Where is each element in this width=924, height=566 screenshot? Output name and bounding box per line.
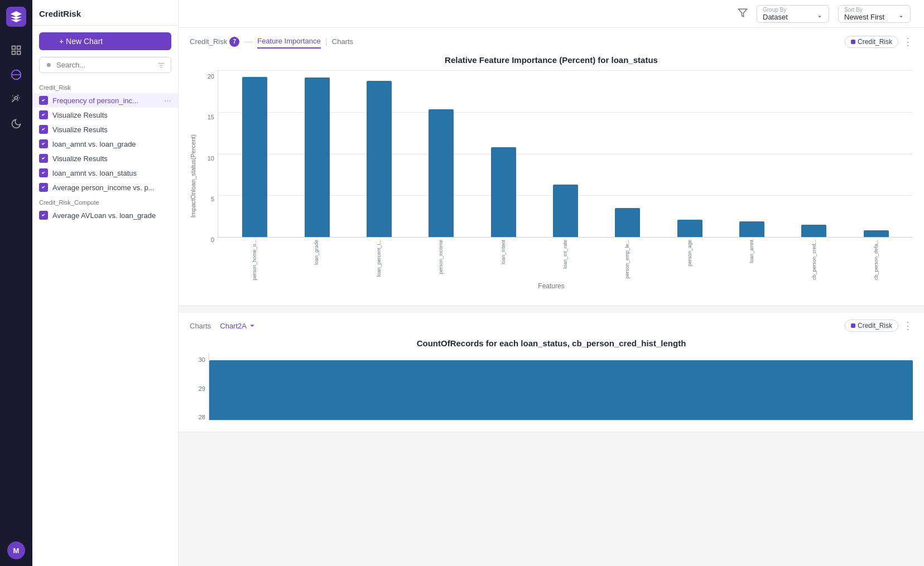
x-label: person_income [410,238,471,282]
bar [801,225,826,237]
breadcrumb-charts[interactable]: Charts [190,322,211,330]
app-logo[interactable] [6,7,26,27]
sidebar-icon-wand[interactable] [6,89,26,109]
chart2-more-button[interactable]: ⋮ [903,320,913,332]
app-name: CreditRisk [39,9,81,18]
bar2 [209,360,913,420]
tab-separator: | [325,37,328,47]
new-chart-label: + New Chart [59,37,103,46]
bar [305,78,330,237]
checkbox-checked[interactable] [39,168,48,177]
svg-rect-3 [17,51,21,55]
item-label: Visualize Results [52,111,171,119]
list-item[interactable]: Average AVLoan vs. loan_grade [32,208,178,222]
separator: — [244,37,253,47]
group-label-credit-risk: Credit_Risk [32,80,178,93]
bar-item [739,70,764,237]
y-tick: 5 [211,196,214,202]
y-tick: 0 [211,236,214,243]
search-bar[interactable] [39,57,171,73]
y-axis-label: ImpactOnloan_status(Percent) [190,134,196,217]
sort-by-dropdown[interactable]: Sort By Newest First Oldest First Name A… [838,5,911,23]
bar-item [801,70,826,237]
chart1-title: Relative Feature Importance (Percent) fo… [179,49,924,65]
new-chart-button[interactable]: + New Chart [39,32,171,50]
tab-charts[interactable]: Charts [332,35,353,48]
chart2-dataset-badge[interactable]: Credit_Risk [845,320,898,332]
panel-header: CreditRisk [32,0,178,26]
bar-item [367,70,392,237]
dataset-dot [851,323,855,328]
sidebar-icon-grid[interactable] [6,40,26,60]
bar-item [677,70,702,237]
bar [491,147,516,237]
item-more-icon[interactable]: ⋯ [164,96,171,105]
dataset-label: Credit_Risk [858,38,892,46]
checkbox-checked[interactable] [39,125,48,134]
dataset-badge[interactable]: Credit_Risk [845,36,898,48]
user-avatar[interactable]: M [7,541,25,559]
svg-rect-1 [17,46,21,50]
checkbox-checked[interactable] [39,139,48,148]
list-item[interactable]: loan_amnt vs. loan_grade [32,137,178,151]
sidebar-icon-moon[interactable] [6,114,26,134]
list-item[interactable]: Average person_income vs. p... [32,180,178,195]
checkbox-checked[interactable] [39,110,48,119]
bar [553,185,578,237]
sidebar-panel: CreditRisk + New Chart Credit_Risk Frequ… [32,0,179,566]
item-label: Average AVLoan vs. loan_grade [52,211,171,220]
x-label: person_age [658,238,720,282]
bar [864,230,889,237]
group-by-select[interactable]: Dataset Type Date [763,13,797,21]
x-label: loan_int_rate [534,238,596,282]
list-item[interactable]: loan_amnt vs. loan_status [32,166,178,180]
bar [677,220,702,237]
group-by-dropdown[interactable]: Group By Dataset Type Date [757,5,829,23]
x-label: person_emp_le... [596,238,658,282]
checkbox-checked[interactable] [39,183,48,192]
chart2-title: CountOfRecords for each loan_status, cb_… [179,332,924,348]
svg-rect-0 [12,46,16,50]
x-label: person_home_o... [223,238,285,282]
x-axis-title: Features [190,282,913,294]
checkbox-checked[interactable] [39,96,48,105]
y-tick: 29 [199,385,205,392]
chart-card-1-header: Credit_Risk 7 — Feature Importance | Cha… [179,28,924,49]
sort-by-select[interactable]: Newest First Oldest First Name A-Z [844,13,894,21]
top-bar: Group By Dataset Type Date Sort By Newes… [179,0,924,28]
dataset-dot [851,40,855,44]
x-label: loan_intent [472,238,534,282]
bar [615,208,640,237]
chart1-area: ImpactOnloan_status(Percent) 20 15 10 5 … [179,65,924,306]
list-item[interactable]: Visualize Results [32,122,178,137]
chart1-grid [218,70,913,238]
breadcrumb-active[interactable]: Chart2A [220,322,247,330]
list-item[interactable]: Visualize Results [32,151,178,166]
checkbox-checked[interactable] [39,154,48,163]
checkbox-checked[interactable] [39,211,48,220]
item-label: Visualize Results [52,154,171,163]
y-ticks2: 30 29 28 [190,354,209,420]
group-label-compute: Credit_Risk_Compute [32,195,178,208]
panel-list: Credit_Risk Frequency of person_inc... ⋯… [32,78,178,566]
search-input[interactable] [56,61,154,69]
more-button[interactable]: ⋮ [903,36,913,48]
tab-feature-importance[interactable]: Feature Importance [257,35,320,49]
bar-item [491,70,516,237]
chart-card-1: Credit_Risk 7 — Feature Importance | Cha… [179,28,924,306]
chart2-card-actions: Credit_Risk ⋮ [845,320,913,332]
list-item[interactable]: Frequency of person_inc... ⋯ [32,93,178,108]
list-item[interactable]: Visualize Results [32,108,178,122]
x-label: loan_grade [285,238,347,282]
sidebar-icon-chart[interactable] [6,65,26,85]
svg-rect-2 [12,51,16,55]
bar-item [305,70,330,237]
bar [429,109,454,237]
chevron-down-icon[interactable] [249,322,256,329]
filter-button[interactable] [738,8,748,20]
bars-container [218,70,913,237]
sort-by-label: Sort By [844,7,904,13]
y-tick: 20 [208,73,214,80]
chart2-plot [209,354,913,420]
bar [367,81,392,237]
